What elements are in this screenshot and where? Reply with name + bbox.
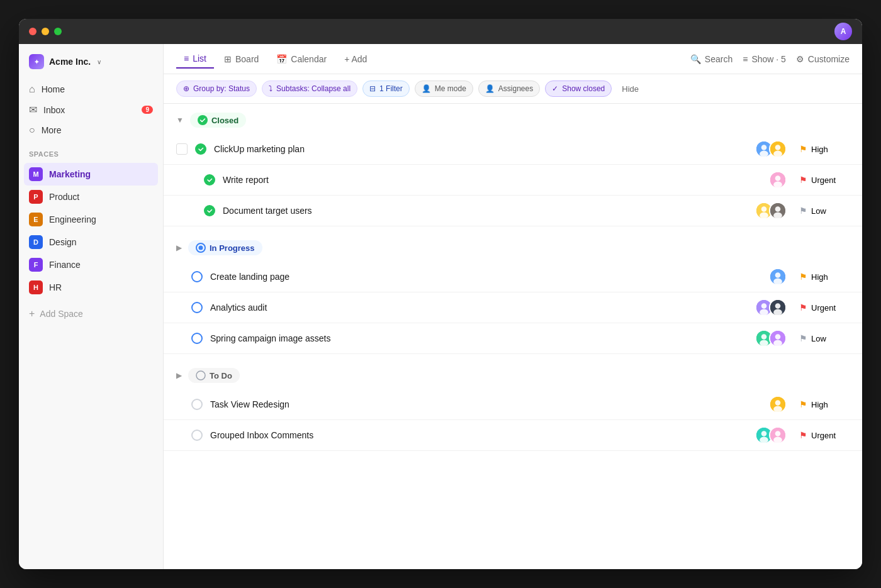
sidebar-item-design[interactable]: D Design: [24, 231, 158, 253]
task-status-in-progress[interactable]: [191, 333, 203, 344]
tab-add[interactable]: + Add: [337, 50, 374, 68]
avatar: [769, 426, 787, 444]
sidebar-item-hr[interactable]: H HR: [24, 276, 158, 299]
avatar: [769, 268, 787, 286]
me-mode-button[interactable]: 👤 Me mode: [415, 80, 473, 97]
group-header-in-progress[interactable]: ▶ In Progress: [164, 231, 862, 262]
svg-point-6: [773, 151, 782, 157]
tab-calendar-label: Calendar: [291, 54, 327, 64]
svg-point-22: [761, 303, 767, 309]
svg-point-14: [775, 206, 781, 212]
task-status-closed[interactable]: [195, 143, 206, 155]
home-icon: ⌂: [29, 84, 35, 95]
space-avatar-product: P: [29, 190, 43, 204]
workspace-chevron-icon: ∨: [97, 58, 101, 65]
task-name[interactable]: Spring campaign image assets: [210, 333, 755, 343]
search-label: Search: [705, 54, 732, 64]
priority-flag-icon: ⚑: [799, 430, 807, 440]
table-row: Grouped Inbox Comments: [164, 420, 862, 451]
user-avatar[interactable]: A: [834, 23, 852, 40]
task-name[interactable]: Create landing page: [210, 272, 769, 282]
priority-label: High: [811, 400, 828, 409]
avatar-stack: [769, 171, 787, 189]
sidebar-item-marketing[interactable]: M Marketing: [24, 163, 158, 186]
table-row: Document target users: [164, 196, 862, 226]
sidebar-item-engineering[interactable]: E Engineering: [24, 208, 158, 231]
task-priority: ⚑ High: [799, 399, 850, 409]
task-assignees: [755, 202, 787, 219]
main-content: ≡ List ⊞ Board 📅 Calendar + Add: [164, 44, 862, 569]
task-status-in-progress[interactable]: [191, 271, 203, 282]
search-icon: 🔍: [690, 54, 701, 64]
add-space-button[interactable]: + Add Space: [19, 304, 163, 324]
task-status-in-progress[interactable]: [191, 302, 203, 313]
space-name-design: Design: [49, 237, 77, 247]
sidebar-item-home[interactable]: ⌂ Home: [24, 79, 158, 99]
workspace-logo[interactable]: ✦ Acme Inc. ∨: [19, 52, 163, 77]
space-name-engineering: Engineering: [49, 214, 96, 225]
subtasks-icon: ⤵: [269, 84, 272, 93]
sidebar-item-label: Inbox: [43, 105, 65, 115]
priority-flag-icon: ⚑: [799, 272, 807, 282]
customize-label: Customize: [808, 54, 850, 64]
task-name[interactable]: Write report: [223, 175, 769, 185]
task-status-todo[interactable]: [191, 399, 203, 410]
show-closed-button[interactable]: ✓ Show closed: [545, 80, 612, 97]
svg-point-19: [775, 272, 781, 278]
task-assignees: [755, 426, 787, 444]
svg-point-41: [775, 431, 781, 436]
task-status-todo[interactable]: [191, 430, 203, 441]
gear-icon: ⚙: [796, 54, 804, 64]
task-name[interactable]: Task View Redesign: [210, 399, 769, 409]
list-icon: ≡: [184, 53, 189, 64]
task-status-closed[interactable]: [204, 205, 215, 216]
svg-point-32: [773, 340, 782, 347]
tab-board[interactable]: ⊞ Board: [216, 50, 266, 68]
show-closed-icon: ✓: [552, 84, 558, 93]
space-avatar-design: D: [29, 235, 43, 249]
group-header-closed[interactable]: ▼ Closed: [164, 104, 862, 134]
svg-point-35: [775, 400, 781, 406]
priority-label: High: [811, 145, 828, 154]
close-button[interactable]: [29, 28, 36, 35]
priority-label: Urgent: [811, 431, 836, 440]
svg-point-8: [775, 175, 781, 181]
subtasks-button[interactable]: ⤵ Subtasks: Collapse all: [262, 80, 357, 97]
group-by-button[interactable]: ⊕ Group by: Status: [176, 80, 257, 97]
add-space-label: Add Space: [40, 309, 83, 319]
tabs-right: 🔍 Search ≡ Show · 5 ⚙ Customize: [690, 54, 850, 64]
group-header-todo[interactable]: ▶ To Do: [164, 359, 862, 389]
group-by-label: Group by: Status: [193, 84, 250, 93]
priority-flag-icon: ⚑: [799, 206, 807, 216]
minimize-button[interactable]: [42, 28, 49, 35]
assignees-button[interactable]: 👤 Assignees: [478, 80, 540, 97]
sidebar-item-finance[interactable]: F Finance: [24, 253, 158, 276]
sidebar-item-product[interactable]: P Product: [24, 186, 158, 208]
task-status-closed[interactable]: [204, 174, 215, 186]
search-button[interactable]: 🔍 Search: [690, 54, 732, 64]
app-body: ✦ Acme Inc. ∨ ⌂ Home ✉ Inbox 9 ○ More: [19, 44, 862, 569]
svg-point-36: [773, 406, 782, 413]
task-name[interactable]: Grouped Inbox Comments: [210, 430, 755, 440]
hide-button[interactable]: Hide: [617, 81, 644, 97]
tab-list[interactable]: ≡ List: [176, 50, 214, 69]
avatar-stack: [755, 426, 787, 444]
group-in-progress: ▶ In Progress Create landing page: [164, 231, 862, 354]
filter-icon: ⊟: [369, 84, 376, 93]
fullscreen-button[interactable]: [54, 28, 62, 35]
avatar-stack: [755, 299, 787, 316]
priority-flag-icon: ⚑: [799, 333, 807, 343]
sidebar-item-label: Home: [42, 84, 65, 94]
tab-calendar[interactable]: 📅 Calendar: [269, 50, 334, 68]
tab-add-label: + Add: [344, 54, 367, 64]
customize-button[interactable]: ⚙ Customize: [796, 54, 850, 64]
sidebar-item-inbox[interactable]: ✉ Inbox 9: [24, 99, 158, 120]
sidebar-item-more[interactable]: ○ More: [24, 120, 158, 140]
task-name[interactable]: ClickUp marketing plan: [214, 144, 755, 154]
task-name[interactable]: Analytics audit: [210, 302, 755, 313]
tabs-left: ≡ List ⊞ Board 📅 Calendar + Add: [176, 50, 374, 69]
task-name[interactable]: Document target users: [223, 206, 755, 216]
show-button[interactable]: ≡ Show · 5: [743, 54, 786, 64]
todo-status-icon: [196, 370, 206, 380]
filter-button[interactable]: ⊟ 1 Filter: [362, 80, 410, 97]
